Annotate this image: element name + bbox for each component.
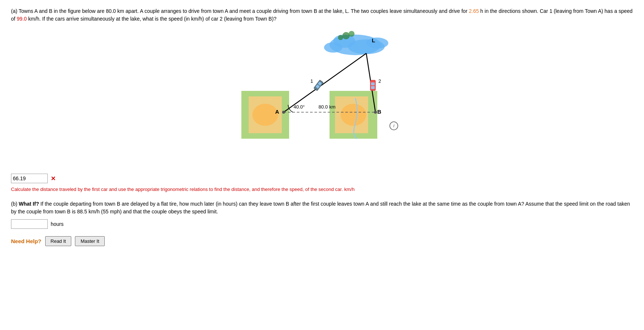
- speed-unit: km/h. If the cars arrive simultaneously …: [27, 16, 277, 22]
- hint-suffix: km/h: [343, 187, 355, 192]
- info-icon: i: [390, 122, 398, 130]
- part-a-text: (a) Towns A and B in the figure below ar…: [11, 7, 633, 23]
- angle-label: 40.0°: [294, 104, 305, 110]
- svg-point-5: [341, 104, 366, 126]
- svg-point-17: [282, 111, 285, 114]
- need-help-row: Need Help? Read It Master It: [11, 236, 633, 246]
- car2-label: 2: [378, 78, 381, 84]
- hours-label: hours: [51, 221, 64, 227]
- svg-text:i: i: [393, 123, 394, 128]
- part-b-content: If the couple departing from town B are …: [11, 201, 630, 214]
- answer-input-a[interactable]: 66.19: [11, 174, 48, 183]
- distance-label: 80.0 km: [319, 104, 335, 110]
- point-b-label: B: [377, 109, 381, 115]
- answer-row-b: hours: [11, 219, 633, 229]
- car1-label: 1: [310, 78, 313, 84]
- svg-point-2: [252, 104, 278, 126]
- svg-point-12: [349, 31, 355, 37]
- time-value: 2.65: [469, 8, 479, 14]
- svg-point-9: [366, 38, 388, 49]
- svg-point-18: [374, 111, 377, 114]
- need-help-label: Need Help?: [11, 238, 42, 244]
- master-it-button[interactable]: Master It: [75, 236, 105, 246]
- part-b: (b) What If? If the couple departing fro…: [11, 200, 633, 229]
- read-it-button[interactable]: Read It: [45, 236, 72, 246]
- what-if-label: What If?: [19, 201, 39, 207]
- x-mark: ✕: [51, 175, 55, 182]
- svg-point-13: [338, 35, 343, 40]
- figure-svg: L 40.0° 80.0 km A B: [230, 28, 414, 164]
- answer-row-a: 66.19 ✕: [11, 174, 633, 183]
- answer-input-b[interactable]: [11, 219, 48, 229]
- svg-rect-24: [371, 86, 375, 89]
- hint-text: Calculate the distance traveled by the f…: [11, 186, 633, 193]
- problem-container: (a) Towns A and B in the figure below ar…: [11, 7, 633, 246]
- hint-content: Calculate the distance traveled by the f…: [11, 187, 343, 192]
- point-l-label: L: [372, 37, 375, 43]
- part-a: (a) Towns A and B in the figure below ar…: [11, 7, 633, 193]
- figure-container: L 40.0° 80.0 km A B: [11, 28, 633, 168]
- svg-point-11: [342, 32, 350, 39]
- point-a-label: A: [275, 109, 279, 115]
- part-b-text: (b) What If? If the couple departing fro…: [11, 200, 633, 216]
- part-a-intro: Towns A and B in the figure below are 80…: [19, 8, 469, 14]
- svg-rect-23: [371, 82, 375, 85]
- part-a-label: (a): [11, 8, 17, 14]
- speed-value: 99.0: [17, 16, 27, 22]
- part-b-label: (b): [11, 201, 17, 207]
- svg-point-10: [324, 42, 342, 53]
